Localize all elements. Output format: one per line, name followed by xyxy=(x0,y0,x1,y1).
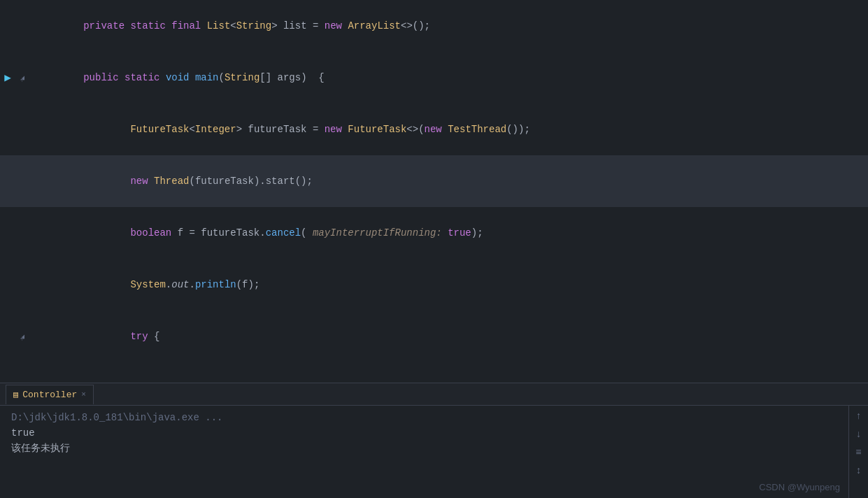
bottom-panel: ▤ Controller × D:\jdk\jdk1.8.0_181\bin\j… xyxy=(0,383,868,498)
panel-tabs: ▤ Controller × xyxy=(0,383,868,406)
output-text-2: true xyxy=(11,427,35,439)
tab-close-button[interactable]: × xyxy=(81,390,86,399)
tab-label: Controller xyxy=(22,390,77,400)
wrap-button[interactable]: ≡ xyxy=(851,445,867,460)
code-line-6: System.out.println(f); xyxy=(0,259,868,311)
code-editor: private static final List<String> list =… xyxy=(0,0,868,383)
line-text-7: try { xyxy=(29,311,868,362)
line-text-1: private static final List<String> list =… xyxy=(29,0,868,52)
fold-col-2[interactable]: ◢ xyxy=(15,73,29,82)
run-icon[interactable]: ▶ xyxy=(4,71,11,85)
output-text-3: 该任务未执行 xyxy=(11,443,70,454)
panel-tab-controller[interactable]: ▤ Controller × xyxy=(6,385,94,404)
output-line-1: D:\jdk\jdk1.8.0_181\bin\java.exe ... xyxy=(11,410,857,425)
scroll-down-button[interactable]: ↓ xyxy=(851,427,867,442)
panel-body: D:\jdk\jdk1.8.0_181\bin\java.exe ... tru… xyxy=(0,406,868,498)
line-text-5: boolean f = futureTask.cancel( mayInterr… xyxy=(29,207,868,259)
watermark: CSDN @Wyunpeng xyxy=(759,482,840,492)
line-text-4: new Thread(futureTask).start(); xyxy=(29,155,868,207)
tab-icon: ▤ xyxy=(13,390,18,400)
output-line-2: true xyxy=(11,425,857,441)
line-text-3: FutureTask<Integer> futureTask = new Fut… xyxy=(29,104,868,155)
code-line-8: int result = futureTask.get(); xyxy=(0,362,868,383)
fold-icon-2[interactable]: ◢ xyxy=(20,73,24,82)
code-line-4: new Thread(futureTask).start(); xyxy=(0,155,868,207)
line-text-2: public static void main(String[] args) { xyxy=(29,52,868,104)
code-line-1: private static final List<String> list =… xyxy=(0,0,868,52)
code-line-7: ◢ try { xyxy=(0,311,868,362)
fold-col-7[interactable]: ◢ xyxy=(15,332,29,341)
panel-side-buttons: ↑ ↓ ≡ ↕ xyxy=(848,406,868,498)
expand-button[interactable]: ↕ xyxy=(851,463,867,478)
line-text-6: System.out.println(f); xyxy=(29,259,868,311)
output-line-3: 该任务未执行 xyxy=(11,441,857,456)
panel-output: D:\jdk\jdk1.8.0_181\bin\java.exe ... tru… xyxy=(0,406,868,498)
fold-icon-7[interactable]: ◢ xyxy=(20,332,24,341)
run-gutter-2: ▶ xyxy=(0,71,15,85)
code-content: private static final List<String> list =… xyxy=(0,0,868,383)
code-line-5: boolean f = futureTask.cancel( mayInterr… xyxy=(0,207,868,259)
code-line-2: ▶ ◢ public static void main(String[] arg… xyxy=(0,52,868,104)
code-line-3: FutureTask<Integer> futureTask = new Fut… xyxy=(0,104,868,155)
output-text-1: D:\jdk\jdk1.8.0_181\bin\java.exe ... xyxy=(11,412,222,423)
scroll-up-button[interactable]: ↑ xyxy=(851,408,867,424)
line-text-8: int result = futureTask.get(); xyxy=(29,362,868,383)
